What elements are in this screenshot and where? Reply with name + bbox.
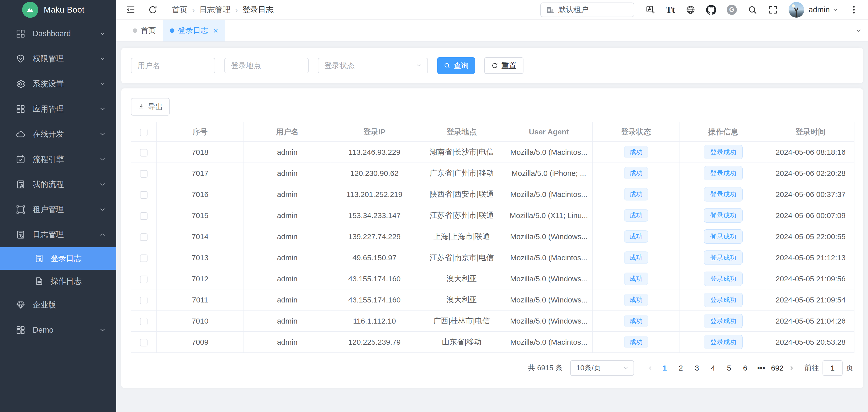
sidebar-item-demo[interactable]: Demo — [0, 318, 116, 343]
fullscreen-icon[interactable] — [768, 5, 778, 15]
doc-person-icon — [34, 254, 44, 263]
cell-ip: 113.201.252.219 — [331, 184, 418, 205]
page-number-2[interactable]: 2 — [673, 364, 689, 372]
table-row: 7015 admin 153.34.233.147 江苏省|苏州市|联通 Moz… — [131, 205, 855, 226]
cell-user-agent: Mozilla/5.0 (iPhone; ... — [505, 163, 593, 184]
tab-home[interactable]: 首页 — [126, 20, 163, 41]
select-all-checkbox[interactable] — [140, 129, 148, 136]
sidebar-item-online-dev[interactable]: 在线开发 — [0, 122, 116, 147]
main-area: 首页 › 日志管理 › 登录日志 默认租户 Tt G admin 首页 — [116, 0, 868, 412]
close-icon[interactable]: × — [213, 26, 218, 35]
building-icon — [546, 5, 554, 14]
table-row: 7014 admin 139.227.74.229 上海|上海市|联通 Mozi… — [131, 226, 855, 247]
collapse-sidebar-icon[interactable] — [126, 5, 136, 15]
cell-ip: 43.155.174.160 — [331, 268, 418, 289]
cell-location: 陕西省|西安市|联通 — [418, 184, 505, 205]
page-number-5[interactable]: 5 — [721, 364, 737, 372]
status-badge: 成功 — [624, 146, 648, 158]
row-checkbox[interactable] — [140, 297, 148, 304]
goto-page-input[interactable] — [823, 360, 843, 376]
export-button[interactable]: 导出 — [131, 98, 169, 116]
chevron-down-icon — [99, 105, 106, 113]
login-status-select[interactable]: 登录状态 — [318, 58, 428, 73]
breadcrumb-home[interactable]: 首页 — [172, 4, 187, 15]
row-checkbox[interactable] — [140, 318, 148, 325]
sidebar-subitem-operation-log[interactable]: 操作日志 — [0, 270, 116, 292]
username-input[interactable] — [131, 58, 215, 73]
reset-button[interactable]: 重置 — [484, 57, 524, 74]
demo-grid-icon — [16, 325, 26, 335]
row-checkbox[interactable] — [140, 339, 148, 346]
avatar[interactable] — [788, 2, 804, 18]
cell-user-agent: Mozilla/5.0 (Windows... — [505, 289, 593, 311]
calendar-check-icon — [16, 154, 26, 164]
kebab-menu-icon[interactable] — [849, 5, 859, 15]
tab-dot-icon — [170, 28, 175, 33]
row-checkbox[interactable] — [140, 233, 148, 241]
row-checkbox[interactable] — [140, 191, 148, 199]
status-badge: 成功 — [624, 336, 648, 348]
col-header-user-agent: User Agent — [505, 122, 593, 142]
sidebar-item-system-settings[interactable]: 系统设置 — [0, 71, 116, 96]
page-number-1[interactable]: 1 — [657, 364, 673, 372]
col-header-ip: 登录IP — [331, 122, 418, 142]
tab-login-log[interactable]: 登录日志 × — [163, 20, 225, 41]
sidebar-item-log-management[interactable]: 日志管理 — [0, 222, 116, 247]
row-checkbox[interactable] — [140, 276, 148, 283]
cell-user-agent: Mozilla/5.0 (Macintos... — [505, 142, 593, 163]
table-card: 导出 序号 用户名 登录IP 登录地点 User Agent 登录状态 操作信 — [121, 88, 863, 388]
chevron-down-icon — [99, 326, 106, 334]
sidebar-subitem-login-log[interactable]: 登录日志 — [0, 247, 116, 270]
table-row: 7010 admin 116.1.112.10 广西|桂林市|电信 Mozill… — [131, 311, 855, 331]
row-checkbox[interactable] — [140, 212, 148, 220]
row-checkbox[interactable] — [140, 149, 148, 157]
sidebar-item-permissions[interactable]: 权限管理 — [0, 46, 116, 71]
sidebar-item-enterprise[interactable]: 企业版 — [0, 292, 116, 318]
search-icon[interactable] — [747, 5, 757, 15]
github-icon[interactable] — [706, 5, 716, 15]
tab-actions-dropdown[interactable] — [849, 20, 868, 42]
chevron-down-icon — [99, 130, 106, 138]
sidebar-item-tenant-management[interactable]: 租户管理 — [0, 197, 116, 222]
goto-label: 前往 — [804, 363, 819, 373]
prev-page-icon[interactable] — [644, 365, 657, 372]
page-ellipsis[interactable]: ••• — [753, 364, 769, 372]
cell-time: 2024-05-05 20:53:28 — [767, 331, 855, 353]
chevron-down-icon[interactable] — [832, 6, 839, 13]
tenant-select[interactable]: 默认租户 — [540, 2, 634, 17]
pagination: 共 6915 条 10条/页 1 2 3 4 5 6 ••• 692 — [131, 360, 854, 376]
sidebar-item-workflow-engine[interactable]: 流程引擎 — [0, 147, 116, 172]
table-row: 7009 admin 120.225.239.79 山东省|移动 Mozilla… — [131, 331, 855, 353]
refresh-icon[interactable] — [148, 5, 158, 15]
col-header-status: 登录状态 — [593, 122, 680, 142]
status-badge: 成功 — [624, 315, 648, 327]
login-location-input[interactable] — [224, 58, 309, 73]
cell-user-agent: Mozilla/5.0 (Macintos... — [505, 184, 593, 205]
row-checkbox[interactable] — [140, 170, 148, 178]
translate-icon[interactable] — [645, 5, 655, 15]
table-row: 7013 admin 49.65.150.97 江苏省|南京市|电信 Mozil… — [131, 247, 855, 268]
sidebar-subitem-label: 登录日志 — [51, 253, 82, 264]
sidebar-item-my-workflow[interactable]: 我的流程 — [0, 172, 116, 197]
cell-username: admin — [244, 247, 331, 268]
user-name[interactable]: admin — [809, 5, 830, 14]
sidebar-item-dashboard[interactable]: Dashboard — [0, 21, 116, 46]
globe-icon[interactable] — [686, 5, 695, 15]
tenant-name: 默认租户 — [558, 4, 589, 15]
operation-badge: 登录成功 — [704, 335, 743, 349]
table-row: 7018 admin 113.246.93.229 湖南省|长沙市|电信 Moz… — [131, 142, 855, 163]
status-badge: 成功 — [624, 294, 648, 306]
font-size-icon[interactable]: Tt — [666, 5, 675, 14]
cell-time: 2024-05-05 21:04:26 — [767, 311, 855, 331]
search-button[interactable]: 查询 — [437, 57, 475, 74]
cell-user-agent: Mozilla/5.0 (Windows... — [505, 311, 593, 331]
gitee-icon[interactable]: G — [727, 5, 737, 15]
sidebar-item-app-management[interactable]: 应用管理 — [0, 96, 116, 122]
page-number-6[interactable]: 6 — [737, 364, 753, 372]
page-number-4[interactable]: 4 — [705, 364, 721, 372]
page-number-last[interactable]: 692 — [769, 364, 785, 372]
row-checkbox[interactable] — [140, 254, 148, 262]
page-number-3[interactable]: 3 — [689, 364, 705, 372]
next-page-icon[interactable] — [785, 365, 798, 372]
page-size-select[interactable]: 10条/页 — [570, 360, 634, 376]
